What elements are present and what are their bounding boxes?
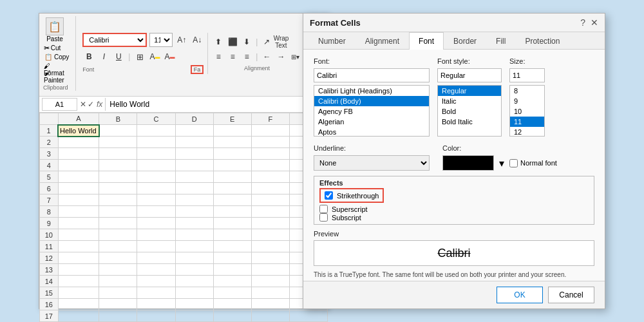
fill-color-button[interactable]: A▬	[148, 50, 161, 63]
font-item-algerian[interactable]: Algerian	[314, 117, 429, 127]
tab-fill[interactable]: Fill	[486, 32, 515, 50]
cell-f15[interactable]	[251, 287, 289, 299]
font-size-dropdown[interactable]: 11	[149, 33, 173, 47]
cell-d11[interactable]	[175, 241, 213, 252]
row-header-15[interactable]: 15	[40, 287, 59, 299]
tab-alignment[interactable]: Alignment	[355, 32, 409, 50]
col-header-a[interactable]: A	[58, 113, 99, 125]
size-item-10[interactable]: 10	[510, 106, 544, 117]
cell-d3[interactable]	[175, 148, 213, 160]
indent-increase-button[interactable]: →	[274, 50, 287, 63]
help-button[interactable]: ?	[580, 17, 585, 28]
cell-e16[interactable]	[213, 299, 251, 310]
cell-f2[interactable]	[251, 137, 289, 148]
cell-e2[interactable]	[213, 137, 251, 148]
font-item-calibri-light[interactable]: Calibri Light (Headings)	[314, 86, 429, 96]
tab-font[interactable]: Font	[409, 32, 444, 50]
cell-d14[interactable]	[175, 276, 213, 287]
cell-e3[interactable]	[213, 148, 251, 160]
cell-f3[interactable]	[251, 148, 289, 160]
cell-d10[interactable]	[175, 229, 213, 241]
cell-e12[interactable]	[213, 252, 251, 264]
normal-font-checkbox[interactable]	[509, 159, 518, 167]
cell-c6[interactable]	[137, 183, 175, 194]
row-header-10[interactable]: 10	[40, 229, 59, 241]
cell-b17[interactable]	[99, 310, 137, 322]
subscript-checkbox[interactable]	[319, 213, 328, 222]
cell-b8[interactable]	[99, 206, 137, 218]
cell-a6[interactable]	[58, 183, 99, 194]
cell-e4[interactable]	[213, 160, 251, 171]
cell-a3[interactable]	[58, 148, 99, 160]
cell-d5[interactable]	[175, 171, 213, 183]
cell-b15[interactable]	[99, 287, 137, 299]
cell-a13[interactable]	[58, 264, 99, 276]
cell-a5[interactable]	[58, 171, 99, 183]
copy-button[interactable]: 📋 Copy	[43, 53, 70, 61]
font-name-dropdown[interactable]: Calibri	[82, 33, 147, 47]
cell-f16[interactable]	[251, 299, 289, 310]
cell-c10[interactable]	[137, 229, 175, 241]
cell-a7[interactable]	[58, 194, 99, 206]
cell-e15[interactable]	[213, 287, 251, 299]
row-header-14[interactable]: 14	[40, 276, 59, 287]
cancel-button[interactable]: Cancel	[548, 287, 594, 303]
cell-f8[interactable]	[251, 206, 289, 218]
cell-f5[interactable]	[251, 171, 289, 183]
font-color-button[interactable]: A▬	[163, 50, 176, 63]
cell-d16[interactable]	[175, 299, 213, 310]
cell-f14[interactable]	[251, 276, 289, 287]
font-item-aptos[interactable]: Aptos	[314, 127, 429, 137]
font-name-input[interactable]	[314, 68, 430, 82]
style-item-bold[interactable]: Bold	[438, 106, 501, 117]
tab-number[interactable]: Number	[308, 32, 355, 50]
cell-a1[interactable]: Hello World	[58, 125, 99, 137]
close-button[interactable]: ✕	[591, 17, 598, 28]
cell-a11[interactable]	[58, 241, 99, 252]
cell-f10[interactable]	[251, 229, 289, 241]
size-item-8[interactable]: 8	[510, 86, 544, 96]
cell-e11[interactable]	[213, 241, 251, 252]
cell-d15[interactable]	[175, 287, 213, 299]
row-header-12[interactable]: 12	[40, 252, 59, 264]
cell-f17[interactable]	[251, 310, 289, 322]
cell-d9[interactable]	[175, 218, 213, 229]
col-header-e[interactable]: E	[213, 113, 251, 125]
indent-decrease-button[interactable]: ←	[260, 50, 273, 63]
size-item-9[interactable]: 9	[510, 96, 544, 106]
underline-button[interactable]: U	[112, 50, 125, 63]
row-header-8[interactable]: 8	[40, 206, 59, 218]
cell-e5[interactable]	[213, 171, 251, 183]
cell-c1[interactable]	[137, 125, 175, 137]
cell-c9[interactable]	[137, 218, 175, 229]
cell-f9[interactable]	[251, 218, 289, 229]
font-dialog-launcher[interactable]: Fa	[191, 65, 204, 74]
cell-c16[interactable]	[137, 299, 175, 310]
cell-b11[interactable]	[99, 241, 137, 252]
cell-a14[interactable]	[58, 276, 99, 287]
paste-button[interactable]: 📋 Paste	[43, 16, 66, 44]
row-header-13[interactable]: 13	[40, 264, 59, 276]
italic-button[interactable]: I	[97, 50, 110, 63]
row-header-7[interactable]: 7	[40, 194, 59, 206]
cell-a8[interactable]	[58, 206, 99, 218]
cell-c7[interactable]	[137, 194, 175, 206]
cell-f1[interactable]	[251, 125, 289, 137]
cell-e1[interactable]	[213, 125, 251, 137]
row-header-3[interactable]: 3	[40, 148, 59, 160]
ok-button[interactable]: OK	[497, 287, 543, 303]
cell-e10[interactable]	[213, 229, 251, 241]
cell-f11[interactable]	[251, 241, 289, 252]
cell-d6[interactable]	[175, 183, 213, 194]
row-header-5[interactable]: 5	[40, 171, 59, 183]
font-item-agency-fb[interactable]: Agency FB	[314, 106, 429, 117]
color-dropdown-arrow[interactable]: ▾	[499, 157, 504, 169]
cell-f7[interactable]	[251, 194, 289, 206]
merge-button[interactable]: ⊞▾	[289, 50, 301, 63]
font-item-calibri-body[interactable]: Calibri (Body)	[314, 96, 429, 106]
format-painter-button[interactable]: 🖌 🖌 Format Painter	[43, 62, 70, 84]
color-picker-button[interactable]	[442, 155, 494, 171]
cell-b13[interactable]	[99, 264, 137, 276]
align-right-button[interactable]: ≡	[240, 50, 253, 63]
cell-e17[interactable]	[213, 310, 251, 322]
